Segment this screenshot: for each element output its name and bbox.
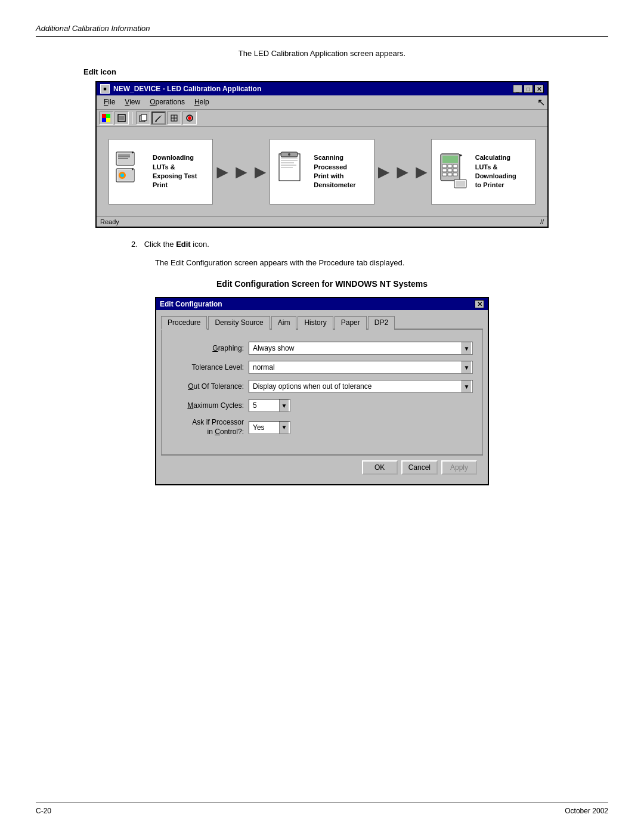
tab-strip: Procedure Density Source Aim History Pap… <box>161 315 483 330</box>
toolbar-btn-2[interactable] <box>114 112 129 125</box>
out-of-tolerance-select[interactable]: Display options when out of tolerance ▼ <box>249 380 473 393</box>
dialog-footer: OK Cancel Apply <box>161 455 483 479</box>
tab-dp2[interactable]: DP2 <box>368 316 395 330</box>
svg-rect-42 <box>453 169 457 172</box>
workflow-box-3: ✦ CalculatingLUTs &Downloadingto Printer <box>431 139 535 205</box>
out-of-tolerance-row: Out Of Tolerance: Display options when o… <box>171 380 473 393</box>
status-text: Ready <box>100 218 119 225</box>
svg-line-10 <box>155 121 157 122</box>
svg-rect-1 <box>106 114 110 118</box>
processor-control-row: Ask if Processorin Control?: Yes ▼ <box>171 418 473 436</box>
menu-view[interactable]: View <box>120 97 145 108</box>
svg-text:✦: ✦ <box>459 153 463 157</box>
workflow-container: ✦ ✦ DownloadingLUTs &Exposing TestPrint <box>109 139 535 205</box>
cursor-indicator: ↖ <box>537 97 545 108</box>
section-heading: Edit Configuration Screen for WINDOWS NT… <box>36 279 608 289</box>
menu-file[interactable]: File <box>99 97 120 108</box>
toolbar-btn-1[interactable] <box>99 112 113 125</box>
max-cycles-select[interactable]: 5 ▼ <box>249 399 290 412</box>
workflow-icon-2 <box>276 151 309 193</box>
tab-procedure[interactable]: Procedure <box>161 316 207 330</box>
processor-control-label: Ask if Processorin Control?: <box>171 418 249 436</box>
svg-rect-36 <box>442 156 458 163</box>
ok-button[interactable]: OK <box>362 460 398 475</box>
workflow-text-1: DownloadingLUTs &Exposing TestPrint <box>153 153 197 190</box>
svg-rect-0 <box>102 114 106 118</box>
svg-line-8 <box>156 116 160 121</box>
workflow-text-3: CalculatingLUTs &Downloadingto Printer <box>475 153 516 190</box>
step2-bold: Edit <box>176 240 191 249</box>
max-cycles-label: Maximum Cycles: <box>171 401 249 410</box>
minimize-btn[interactable]: _ <box>513 85 522 93</box>
titlebar-buttons: _ □ ✕ <box>513 85 544 93</box>
tab-density-source[interactable]: Density Source <box>208 316 270 330</box>
svg-rect-40 <box>442 169 447 172</box>
menu-help[interactable]: Help <box>190 97 214 108</box>
toolbar-btn-5[interactable] <box>167 112 181 125</box>
tolerance-level-value: normal <box>250 363 275 371</box>
tab-paper[interactable]: Paper <box>335 316 367 330</box>
app-statusbar: Ready // <box>97 216 547 227</box>
svg-rect-48 <box>456 181 465 187</box>
out-of-tolerance-label: Out Of Tolerance: <box>171 382 249 391</box>
svg-rect-41 <box>448 169 452 172</box>
graphing-dropdown-arrow[interactable]: ▼ <box>462 342 471 354</box>
maximize-btn[interactable]: □ <box>524 85 533 93</box>
close-btn[interactable]: ✕ <box>534 85 544 93</box>
workflow-icon-1: ✦ ✦ <box>115 151 148 193</box>
processor-control-select[interactable]: Yes ▼ <box>249 421 290 434</box>
svg-rect-3 <box>106 118 110 122</box>
workflow-arrow-2: ►►► <box>374 161 431 183</box>
graphing-row: Graphing: Always show ▼ <box>171 342 473 355</box>
tolerance-level-label: Tolerance Level: <box>171 363 249 371</box>
max-cycles-value: 5 <box>250 401 257 410</box>
tolerance-level-dropdown-arrow[interactable]: ▼ <box>462 361 471 373</box>
graphing-select[interactable]: Always show ▼ <box>249 342 473 355</box>
cancel-button[interactable]: Cancel <box>401 460 438 475</box>
graphing-value: Always show <box>250 344 294 352</box>
toolbar-btn-edit[interactable] <box>151 112 166 125</box>
intro-text: The LED Calibration Application screen a… <box>36 49 608 58</box>
workflow-arrow-1: ►►► <box>213 161 270 183</box>
svg-point-25 <box>120 174 124 177</box>
dialog-title: Edit Configuration <box>160 300 222 308</box>
app-content: ✦ ✦ DownloadingLUTs &Exposing TestPrint <box>97 127 547 216</box>
out-of-tolerance-dropdown-arrow[interactable]: ▼ <box>462 380 471 392</box>
menu-operations[interactable]: Operations <box>145 97 190 108</box>
header-title: Additional Calibration Information <box>36 24 150 33</box>
svg-rect-44 <box>448 173 452 176</box>
svg-line-9 <box>160 115 162 116</box>
svg-rect-2 <box>102 118 106 122</box>
svg-rect-7 <box>141 114 147 120</box>
header-section: Additional Calibration Information <box>36 24 608 37</box>
workflow-box-1: ✦ ✦ DownloadingLUTs &Exposing TestPrint <box>109 139 213 205</box>
app-menubar: File View Operations Help ↖ <box>97 95 547 110</box>
footer-right: October 2002 <box>565 807 608 815</box>
svg-rect-43 <box>442 173 447 176</box>
footer: C-20 October 2002 <box>36 803 608 815</box>
app-titlebar: ■ NEW_DEVICE - LED Calibration Applicati… <box>97 82 547 95</box>
dialog-close-button[interactable]: ✕ <box>475 300 484 308</box>
form-area: Graphing: Always show ▼ Tolerance Level:… <box>161 330 483 455</box>
svg-rect-45 <box>453 173 457 176</box>
workflow-text-2: ScanningProcessedPrint withDensitometer <box>314 153 355 190</box>
toolbar-btn-circle[interactable] <box>182 112 197 125</box>
toolbar-btn-copy[interactable] <box>136 112 150 125</box>
max-cycles-dropdown-arrow[interactable]: ▼ <box>279 400 289 411</box>
dialog-content: Procedure Density Source Aim History Pap… <box>156 310 488 484</box>
tolerance-level-select[interactable]: normal ▼ <box>249 361 473 374</box>
step2-text: 2. Click the Edit icon. <box>131 240 608 249</box>
svg-point-34 <box>288 153 290 156</box>
apply-button[interactable]: Apply <box>441 460 477 475</box>
dialog-titlebar: Edit Configuration ✕ <box>156 298 488 310</box>
tab-history[interactable]: History <box>298 316 333 330</box>
processor-control-dropdown-arrow[interactable]: ▼ <box>279 422 289 433</box>
graphing-label: Graphing: <box>171 344 249 352</box>
footer-left: C-20 <box>36 807 51 815</box>
svg-text:✦: ✦ <box>131 151 134 154</box>
svg-rect-38 <box>448 165 452 168</box>
max-cycles-row: Maximum Cycles: 5 ▼ <box>171 399 473 412</box>
page: Additional Calibration Information The L… <box>0 0 644 521</box>
tab-aim[interactable]: Aim <box>271 316 297 330</box>
processor-control-value: Yes <box>250 423 265 432</box>
